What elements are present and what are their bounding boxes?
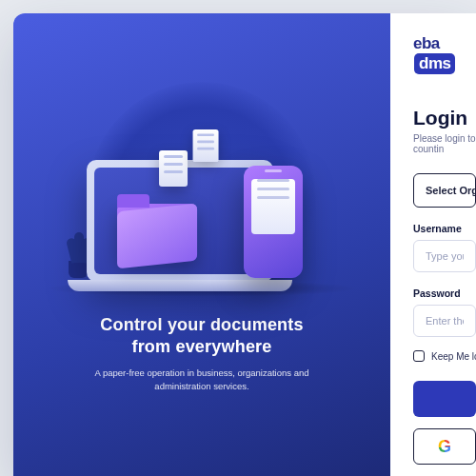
google-login-button[interactable]: G [413,428,476,465]
remember-me[interactable]: Keep Me logged in for 3 [413,350,476,362]
username-input[interactable] [426,250,464,262]
organization-select[interactable]: Select Orgnization t [413,173,476,208]
hero-panel: Control your documents from everywhere A… [13,13,390,476]
hero-headline: Control your documents from everywhere [40,314,364,357]
phone-icon [244,166,303,278]
google-icon: G [438,437,451,457]
password-field-wrap [413,305,476,337]
hero-subtext: A paper-free operation in business, orga… [78,367,326,394]
brand-logo: ebadms [413,34,476,74]
login-panel: ebadms Login Please login to countin Sel… [390,13,476,476]
login-button[interactable] [413,381,476,417]
login-title: Login [413,107,476,129]
password-label: Password [413,288,476,299]
organization-select-label: Select Orgnization t [426,185,476,196]
username-label: Username [413,223,476,234]
remember-me-label: Keep Me logged in for 3 [431,351,476,362]
folder-icon [117,204,197,261]
hero-illustration [40,122,364,303]
username-field-wrap [413,240,476,272]
plant-icon [69,261,88,278]
checkbox-icon[interactable] [413,350,425,362]
app-card: Control your documents from everywhere A… [13,13,476,476]
password-input[interactable] [426,315,464,327]
login-subtitle: Please login to countin [413,133,476,154]
